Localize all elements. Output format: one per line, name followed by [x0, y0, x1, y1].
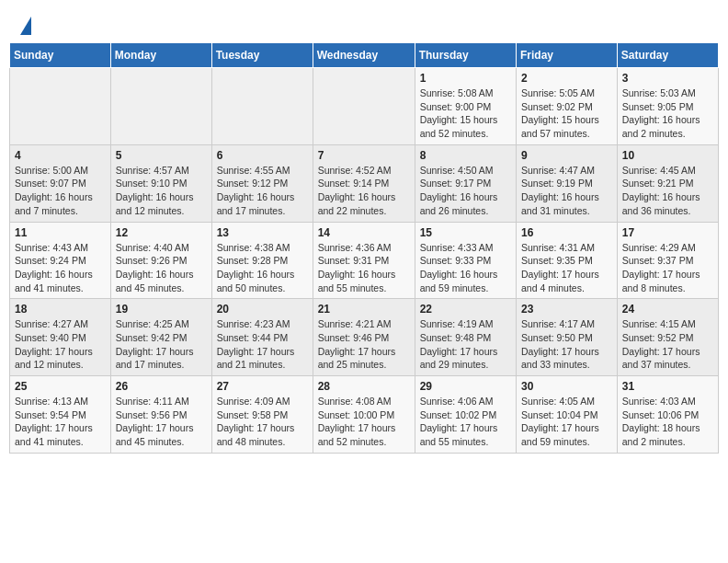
- day-number: 26: [116, 380, 207, 393]
- day-info: Sunrise: 5:08 AM Sunset: 9:00 PM Dayligh…: [420, 86, 511, 141]
- day-info: Sunrise: 4:27 AM Sunset: 9:40 PM Dayligh…: [15, 317, 106, 372]
- calendar-cell: 26Sunrise: 4:11 AM Sunset: 9:56 PM Dayli…: [110, 376, 211, 454]
- day-number: 9: [521, 149, 612, 162]
- calendar-cell: 15Sunrise: 4:33 AM Sunset: 9:33 PM Dayli…: [415, 222, 516, 299]
- calendar-header-row: SundayMondayTuesdayWednesdayThursdayFrid…: [10, 43, 719, 68]
- calendar-cell: 17Sunrise: 4:29 AM Sunset: 9:37 PM Dayli…: [617, 222, 718, 299]
- calendar-table: SundayMondayTuesdayWednesdayThursdayFrid…: [9, 42, 719, 454]
- day-info: Sunrise: 4:55 AM Sunset: 9:12 PM Dayligh…: [217, 164, 308, 218]
- day-number: 6: [217, 149, 308, 162]
- calendar-cell: 14Sunrise: 4:36 AM Sunset: 9:31 PM Dayli…: [313, 222, 415, 299]
- day-number: 30: [521, 380, 612, 393]
- calendar-cell: 1Sunrise: 5:08 AM Sunset: 9:00 PM Daylig…: [415, 68, 516, 145]
- calendar-cell: [110, 68, 211, 145]
- day-number: 16: [521, 226, 612, 239]
- day-info: Sunrise: 4:52 AM Sunset: 9:14 PM Dayligh…: [318, 164, 410, 218]
- day-info: Sunrise: 4:05 AM Sunset: 10:04 PM Daylig…: [521, 395, 612, 449]
- calendar-cell: 4Sunrise: 5:00 AM Sunset: 9:07 PM Daylig…: [10, 144, 111, 222]
- day-info: Sunrise: 4:23 AM Sunset: 9:44 PM Dayligh…: [217, 317, 308, 372]
- day-of-week-header: Thursday: [415, 43, 516, 68]
- day-info: Sunrise: 4:38 AM Sunset: 9:28 PM Dayligh…: [217, 241, 308, 295]
- calendar-cell: 21Sunrise: 4:21 AM Sunset: 9:46 PM Dayli…: [313, 299, 415, 376]
- day-of-week-header: Saturday: [617, 43, 718, 68]
- calendar-cell: [211, 68, 313, 145]
- calendar-cell: 29Sunrise: 4:06 AM Sunset: 10:02 PM Dayl…: [415, 376, 516, 454]
- day-number: 29: [420, 380, 511, 393]
- day-info: Sunrise: 4:09 AM Sunset: 9:58 PM Dayligh…: [217, 395, 308, 449]
- day-info: Sunrise: 4:33 AM Sunset: 9:33 PM Dayligh…: [420, 241, 511, 295]
- calendar-cell: 10Sunrise: 4:45 AM Sunset: 9:21 PM Dayli…: [617, 144, 718, 222]
- logo: [18, 17, 31, 33]
- day-info: Sunrise: 4:47 AM Sunset: 9:19 PM Dayligh…: [521, 164, 612, 218]
- day-number: 18: [15, 303, 106, 316]
- day-info: Sunrise: 4:13 AM Sunset: 9:54 PM Dayligh…: [15, 395, 106, 449]
- day-number: 25: [15, 380, 106, 393]
- day-number: 1: [420, 72, 511, 85]
- day-info: Sunrise: 4:25 AM Sunset: 9:42 PM Dayligh…: [116, 317, 207, 372]
- day-number: 13: [217, 226, 308, 239]
- day-info: Sunrise: 5:00 AM Sunset: 9:07 PM Dayligh…: [15, 164, 106, 218]
- day-number: 22: [420, 303, 511, 316]
- day-info: Sunrise: 5:03 AM Sunset: 9:05 PM Dayligh…: [622, 86, 713, 141]
- day-info: Sunrise: 4:31 AM Sunset: 9:35 PM Dayligh…: [521, 241, 612, 295]
- day-of-week-header: Sunday: [10, 43, 111, 68]
- day-number: 17: [622, 226, 713, 239]
- calendar-cell: 25Sunrise: 4:13 AM Sunset: 9:54 PM Dayli…: [10, 376, 111, 454]
- calendar-cell: 11Sunrise: 4:43 AM Sunset: 9:24 PM Dayli…: [10, 222, 111, 299]
- day-number: 24: [622, 303, 713, 316]
- calendar-cell: 28Sunrise: 4:08 AM Sunset: 10:00 PM Dayl…: [313, 376, 415, 454]
- day-info: Sunrise: 4:06 AM Sunset: 10:02 PM Daylig…: [420, 395, 511, 449]
- calendar-cell: 23Sunrise: 4:17 AM Sunset: 9:50 PM Dayli…: [517, 299, 618, 376]
- calendar-cell: 6Sunrise: 4:55 AM Sunset: 9:12 PM Daylig…: [211, 144, 313, 222]
- day-number: 7: [318, 149, 410, 162]
- day-info: Sunrise: 4:03 AM Sunset: 10:06 PM Daylig…: [622, 395, 713, 449]
- day-info: Sunrise: 5:05 AM Sunset: 9:02 PM Dayligh…: [521, 86, 612, 141]
- day-of-week-header: Monday: [110, 43, 211, 68]
- calendar-cell: [10, 68, 111, 145]
- logo-triangle-icon: [20, 17, 31, 35]
- day-info: Sunrise: 4:15 AM Sunset: 9:52 PM Dayligh…: [622, 317, 713, 372]
- day-of-week-header: Wednesday: [313, 43, 415, 68]
- day-info: Sunrise: 4:50 AM Sunset: 9:17 PM Dayligh…: [420, 164, 511, 218]
- day-info: Sunrise: 4:45 AM Sunset: 9:21 PM Dayligh…: [622, 164, 713, 218]
- day-info: Sunrise: 4:19 AM Sunset: 9:48 PM Dayligh…: [420, 317, 511, 372]
- day-number: 27: [217, 380, 308, 393]
- day-number: 3: [622, 72, 713, 85]
- calendar-week-row: 11Sunrise: 4:43 AM Sunset: 9:24 PM Dayli…: [10, 222, 719, 299]
- calendar-cell: 30Sunrise: 4:05 AM Sunset: 10:04 PM Dayl…: [517, 376, 618, 454]
- calendar-week-row: 18Sunrise: 4:27 AM Sunset: 9:40 PM Dayli…: [10, 299, 719, 376]
- calendar-cell: 20Sunrise: 4:23 AM Sunset: 9:44 PM Dayli…: [211, 299, 313, 376]
- day-number: 5: [116, 149, 207, 162]
- day-number: 28: [318, 380, 410, 393]
- calendar-cell: 9Sunrise: 4:47 AM Sunset: 9:19 PM Daylig…: [517, 144, 618, 222]
- day-number: 15: [420, 226, 511, 239]
- calendar-cell: 27Sunrise: 4:09 AM Sunset: 9:58 PM Dayli…: [211, 376, 313, 454]
- day-info: Sunrise: 4:11 AM Sunset: 9:56 PM Dayligh…: [116, 395, 207, 449]
- calendar-cell: 2Sunrise: 5:05 AM Sunset: 9:02 PM Daylig…: [517, 68, 618, 145]
- calendar-week-row: 4Sunrise: 5:00 AM Sunset: 9:07 PM Daylig…: [10, 144, 719, 222]
- calendar-cell: 19Sunrise: 4:25 AM Sunset: 9:42 PM Dayli…: [110, 299, 211, 376]
- calendar-cell: 3Sunrise: 5:03 AM Sunset: 9:05 PM Daylig…: [617, 68, 718, 145]
- calendar-week-row: 1Sunrise: 5:08 AM Sunset: 9:00 PM Daylig…: [10, 68, 719, 145]
- calendar-cell: 7Sunrise: 4:52 AM Sunset: 9:14 PM Daylig…: [313, 144, 415, 222]
- calendar-cell: 18Sunrise: 4:27 AM Sunset: 9:40 PM Dayli…: [10, 299, 111, 376]
- page-header: [9, 9, 719, 37]
- day-info: Sunrise: 4:36 AM Sunset: 9:31 PM Dayligh…: [318, 241, 410, 295]
- calendar-cell: 13Sunrise: 4:38 AM Sunset: 9:28 PM Dayli…: [211, 222, 313, 299]
- calendar-cell: 5Sunrise: 4:57 AM Sunset: 9:10 PM Daylig…: [110, 144, 211, 222]
- day-number: 20: [217, 303, 308, 316]
- day-info: Sunrise: 4:17 AM Sunset: 9:50 PM Dayligh…: [521, 317, 612, 372]
- calendar-cell: 31Sunrise: 4:03 AM Sunset: 10:06 PM Dayl…: [617, 376, 718, 454]
- day-info: Sunrise: 4:40 AM Sunset: 9:26 PM Dayligh…: [116, 241, 207, 295]
- day-info: Sunrise: 4:08 AM Sunset: 10:00 PM Daylig…: [318, 395, 410, 449]
- day-number: 4: [15, 149, 106, 162]
- day-info: Sunrise: 4:57 AM Sunset: 9:10 PM Dayligh…: [116, 164, 207, 218]
- calendar-cell: 24Sunrise: 4:15 AM Sunset: 9:52 PM Dayli…: [617, 299, 718, 376]
- day-info: Sunrise: 4:43 AM Sunset: 9:24 PM Dayligh…: [15, 241, 106, 295]
- day-info: Sunrise: 4:29 AM Sunset: 9:37 PM Dayligh…: [622, 241, 713, 295]
- day-number: 21: [318, 303, 410, 316]
- day-number: 23: [521, 303, 612, 316]
- day-number: 2: [521, 72, 612, 85]
- calendar-week-row: 25Sunrise: 4:13 AM Sunset: 9:54 PM Dayli…: [10, 376, 719, 454]
- day-number: 10: [622, 149, 713, 162]
